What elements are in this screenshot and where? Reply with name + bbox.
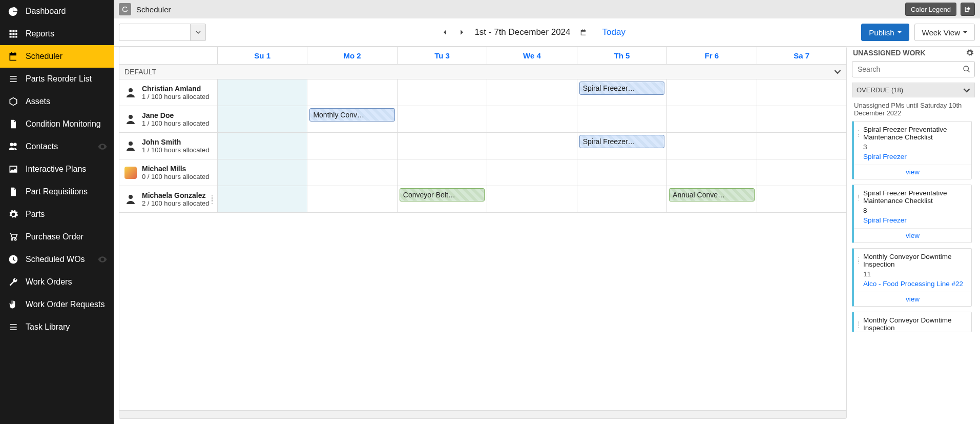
schedule-cell[interactable] [398,106,487,132]
search-input[interactable] [852,61,975,77]
schedule-cell[interactable] [218,159,307,186]
filter-select[interactable] [119,24,191,41]
sidebar-item-condition-monitoring[interactable]: Condition Monitoring [0,113,114,135]
resource-cell[interactable]: Christian Amland1 / 100 hours allocated [119,79,218,106]
sidebar-item-interactive-plans[interactable]: Interactive Plans [0,158,114,180]
card-asset-link[interactable]: Spiral Freezer [863,216,907,224]
day-header[interactable]: Tu 3 [398,47,487,64]
export-button[interactable] [961,3,975,16]
day-header[interactable]: We 4 [487,47,577,64]
next-week-button[interactable] [458,29,465,36]
color-legend-button[interactable]: Color Legend [905,3,956,16]
drag-handle[interactable]: ⋮⋮ [856,321,861,327]
unassigned-card[interactable]: ⋮⋮Spiral Freezer Preventative Maintenanc… [852,121,972,179]
schedule-cell[interactable]: Conveyor Belt… [398,186,487,212]
sidebar-item-scheduled-wos[interactable]: Scheduled WOs [0,248,114,271]
schedule-cell[interactable] [757,106,846,132]
schedule-cell[interactable] [398,133,487,159]
resource-row: Jane Doe1 / 100 hours allocatedMonthly C… [119,106,846,133]
day-header[interactable]: Th 5 [577,47,667,64]
day-header[interactable]: Sa 7 [757,47,846,64]
schedule-task[interactable]: Spiral Freezer… [579,82,664,95]
sidebar-item-scheduler[interactable]: Scheduler [0,45,114,68]
schedule-cell[interactable] [487,186,577,212]
horizontal-scrollbar[interactable] [119,410,846,418]
publish-button[interactable]: Publish [861,24,909,41]
schedule-cell[interactable] [577,159,667,186]
schedule-task[interactable]: Conveyor Belt… [400,188,485,201]
overdue-section-header[interactable]: OVERDUE (18) [852,83,975,97]
schedule-task[interactable]: Spiral Freezer… [579,135,664,148]
schedule-cell[interactable] [757,133,846,159]
drag-handle[interactable]: ⋮⋮ [856,194,861,199]
gear-icon[interactable] [966,49,974,57]
unassigned-card[interactable]: ⋮⋮Monthly Conveyor Downtime Inspection11… [852,248,972,307]
schedule-cell[interactable] [667,79,757,106]
sidebar-item-purchase-order[interactable]: Purchase Order [0,226,114,248]
group-header[interactable]: DEFAULT [119,65,846,79]
sidebar-item-assets[interactable]: Assets [0,90,114,113]
card-view-link[interactable]: view [906,295,920,303]
schedule-cell[interactable] [218,133,307,159]
schedule-cell[interactable] [307,133,397,159]
sidebar-item-parts[interactable]: Parts [0,203,114,226]
sidebar-item-dashboard[interactable]: Dashboard [0,0,114,23]
unassigned-cards: ⋮⋮Spiral Freezer Preventative Maintenanc… [852,121,975,419]
card-asset-link[interactable]: Alco - Food Processing Line #22 [863,280,963,288]
schedule-cell[interactable] [757,186,846,212]
schedule-cell[interactable]: Spiral Freezer… [577,79,667,106]
unassigned-card[interactable]: ⋮⋮Monthly Conveyor Downtime Inspection [852,312,972,332]
unassigned-card[interactable]: ⋮⋮Spiral Freezer Preventative Maintenanc… [852,185,972,243]
schedule-cell[interactable]: Annual Conve… [667,186,757,212]
schedule-cell[interactable] [667,106,757,132]
sidebar-item-work-order-requests[interactable]: Work Order Requests [0,293,114,316]
schedule-cell[interactable] [757,79,846,106]
prev-week-button[interactable] [442,29,449,36]
resource-cell[interactable]: Michaela Gonzalez2 / 100 hours allocated… [119,186,218,212]
sidebar-item-parts-reorder-list[interactable]: Parts Reorder List [0,68,114,90]
schedule-cell[interactable] [487,159,577,186]
view-select[interactable]: Week View [914,24,975,41]
schedule-cell[interactable] [218,106,307,132]
schedule-cell[interactable] [218,186,307,212]
schedule-cell[interactable] [307,79,397,106]
calendar-icon[interactable] [580,29,587,36]
schedule-cell[interactable] [398,79,487,106]
schedule-task[interactable]: Monthly Conv… [309,108,394,122]
schedule-cell[interactable] [667,159,757,186]
sidebar-item-reports[interactable]: Reports [0,23,114,45]
schedule-cell[interactable] [667,133,757,159]
sidebar-item-part-requisitions[interactable]: Part Requisitions [0,180,114,203]
sidebar-item-work-orders[interactable]: Work Orders [0,271,114,293]
drag-handle[interactable]: ⋮⋮ [856,131,861,136]
schedule-cell[interactable] [487,106,577,132]
resource-cell[interactable]: Jane Doe1 / 100 hours allocated [119,106,218,132]
schedule-cell[interactable]: Monthly Conv… [307,106,397,132]
day-header[interactable]: Su 1 [218,47,307,64]
day-header[interactable]: Mo 2 [307,47,397,64]
schedule-cell[interactable] [398,159,487,186]
sidebar-item-contacts[interactable]: Contacts [0,135,114,158]
resource-cell[interactable]: John Smith1 / 100 hours allocated [119,133,218,159]
drag-handle[interactable]: ⋮⋮ [856,258,861,263]
schedule-cell[interactable] [307,186,397,212]
day-header[interactable]: Fr 6 [667,47,757,64]
resource-cell[interactable]: Michael Mills0 / 100 hours allocated [119,159,218,186]
titlebar-icon [119,3,131,15]
schedule-cell[interactable]: Spiral Freezer… [577,133,667,159]
schedule-cell[interactable] [487,79,577,106]
sidebar-item-task-library[interactable]: Task Library [0,316,114,338]
schedule-cell[interactable] [487,133,577,159]
card-view-link[interactable]: view [906,232,920,239]
today-link[interactable]: Today [602,27,625,37]
drag-handle[interactable]: ⋮⋮ [209,196,215,203]
schedule-cell[interactable] [218,79,307,106]
schedule-cell[interactable] [577,186,667,212]
filter-select-toggle[interactable] [191,24,206,41]
card-asset-link[interactable]: Spiral Freezer [863,153,907,160]
schedule-cell[interactable] [757,159,846,186]
card-view-link[interactable]: view [906,168,920,176]
schedule-cell[interactable] [307,159,397,186]
schedule-task[interactable]: Annual Conve… [669,188,754,201]
schedule-cell[interactable] [577,106,667,132]
